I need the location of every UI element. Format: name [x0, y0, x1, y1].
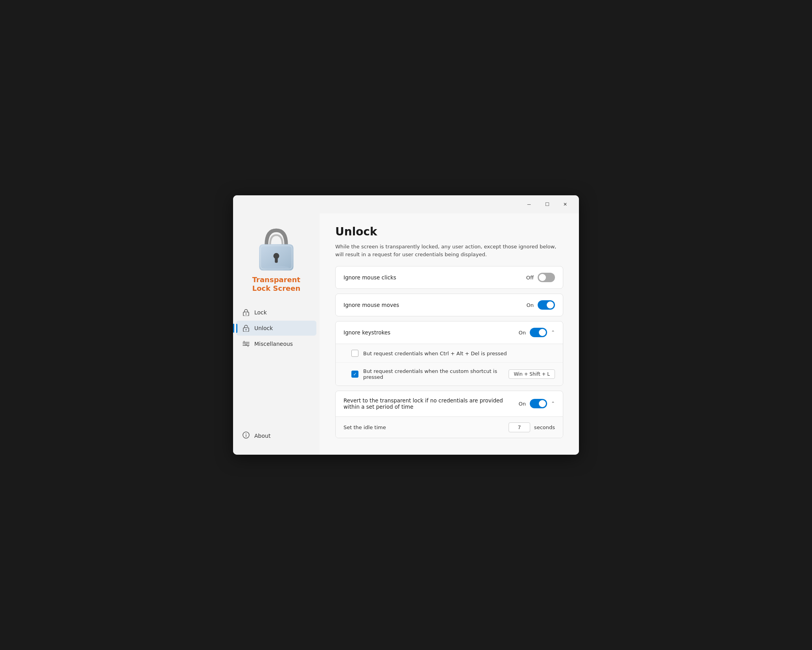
ignore-mouse-clicks-label: Ignore mouse clicks — [344, 274, 396, 281]
close-button[interactable]: ✕ — [556, 198, 574, 210]
app-window: ─ ☐ ✕ — [233, 195, 579, 455]
custom-shortcut-badge[interactable]: Win + Shift + L — [509, 369, 555, 379]
svg-rect-3 — [275, 258, 277, 263]
about-section: About — [236, 424, 316, 447]
main-content: Unlock While the screen is transparently… — [320, 213, 579, 455]
revert-chevron[interactable]: ⌃ — [551, 401, 555, 406]
about-icon — [242, 431, 250, 440]
ctrl-alt-del-row: But request credentials when Ctrl + Alt … — [336, 344, 563, 362]
sidebar-item-lock-label: Lock — [254, 309, 267, 316]
sidebar-item-unlock-label: Unlock — [254, 325, 273, 331]
active-indicator — [236, 324, 237, 333]
ignore-mouse-clicks-right: Off — [526, 273, 555, 282]
ignore-mouse-moves-row: Ignore mouse moves On — [336, 294, 563, 316]
title-bar: ─ ☐ ✕ — [233, 195, 579, 213]
page-title: Unlock — [335, 225, 563, 238]
seconds-label: seconds — [534, 424, 555, 430]
revert-row: Revert to the transparent lock if no cre… — [336, 391, 563, 417]
minimize-button[interactable]: ─ — [520, 198, 538, 210]
lock-nav-icon — [242, 309, 250, 316]
ignore-keystrokes-toggle[interactable] — [530, 328, 547, 337]
revert-label: Revert to the transparent lock if no cre… — [344, 397, 518, 410]
idle-time-input[interactable] — [509, 422, 530, 432]
ctrl-alt-del-left: But request credentials when Ctrl + Alt … — [351, 350, 507, 357]
unlock-nav-icon — [242, 325, 250, 332]
ignore-mouse-moves-toggle-label: On — [527, 302, 534, 308]
idle-time-right: seconds — [509, 422, 555, 432]
ignore-keystrokes-card: Ignore keystrokes On ⌃ But request crede… — [335, 321, 563, 386]
app-name-label: TransparentLock Screen — [252, 275, 300, 292]
ignore-mouse-moves-toggle[interactable] — [538, 300, 555, 310]
app-logo-icon — [251, 221, 302, 272]
ignore-mouse-moves-card: Ignore mouse moves On — [335, 294, 563, 316]
ignore-keystrokes-toggle-label: On — [518, 330, 525, 336]
logo-area: TransparentLock Screen — [233, 213, 320, 296]
revert-toggle[interactable] — [530, 399, 547, 408]
ignore-mouse-clicks-toggle[interactable] — [538, 273, 555, 282]
sidebar-item-miscellaneous-label: Miscellaneous — [254, 341, 293, 347]
ctrl-alt-del-checkbox[interactable] — [351, 350, 358, 357]
miscellaneous-nav-icon — [242, 340, 250, 347]
nav-items: Lock Unlock — [233, 304, 320, 424]
content-area: TransparentLock Screen Lock — [233, 213, 579, 455]
ignore-keystrokes-row: Ignore keystrokes On ⌃ — [336, 321, 563, 344]
sidebar: TransparentLock Screen Lock — [233, 213, 320, 455]
ignore-mouse-moves-right: On — [527, 300, 555, 310]
ignore-mouse-clicks-row: Ignore mouse clicks Off — [336, 266, 563, 288]
svg-point-6 — [246, 314, 247, 315]
svg-point-8 — [246, 329, 247, 331]
ctrl-alt-del-label: But request credentials when Ctrl + Alt … — [363, 351, 507, 356]
page-description: While the screen is transparently locked… — [335, 243, 563, 258]
about-label: About — [254, 433, 270, 439]
svg-point-16 — [246, 433, 246, 434]
ignore-keystrokes-right: On ⌃ — [518, 328, 555, 337]
custom-shortcut-checkbox[interactable] — [351, 371, 358, 378]
sidebar-item-unlock[interactable]: Unlock — [236, 321, 316, 336]
revert-right: On ⌃ — [518, 399, 555, 408]
revert-card: Revert to the transparent lock if no cre… — [335, 391, 563, 438]
svg-point-4 — [264, 266, 289, 270]
custom-shortcut-label: But request credentials when the custom … — [363, 368, 509, 380]
ignore-mouse-clicks-card: Ignore mouse clicks Off — [335, 266, 563, 289]
revert-toggle-label: On — [518, 401, 525, 407]
custom-shortcut-row: But request credentials when the custom … — [336, 362, 563, 386]
idle-time-row: Set the idle time seconds — [336, 417, 563, 438]
custom-shortcut-left: But request credentials when the custom … — [351, 368, 509, 380]
maximize-button[interactable]: ☐ — [538, 198, 556, 210]
sidebar-item-lock[interactable]: Lock — [236, 305, 316, 320]
idle-time-label: Set the idle time — [344, 424, 386, 430]
sidebar-item-miscellaneous[interactable]: Miscellaneous — [236, 336, 316, 351]
ignore-keystrokes-chevron[interactable]: ⌃ — [551, 330, 555, 335]
ignore-keystrokes-label: Ignore keystrokes — [344, 329, 390, 336]
ignore-mouse-moves-label: Ignore mouse moves — [344, 302, 399, 308]
about-item[interactable]: About — [242, 428, 310, 443]
ignore-mouse-clicks-toggle-label: Off — [526, 275, 534, 281]
